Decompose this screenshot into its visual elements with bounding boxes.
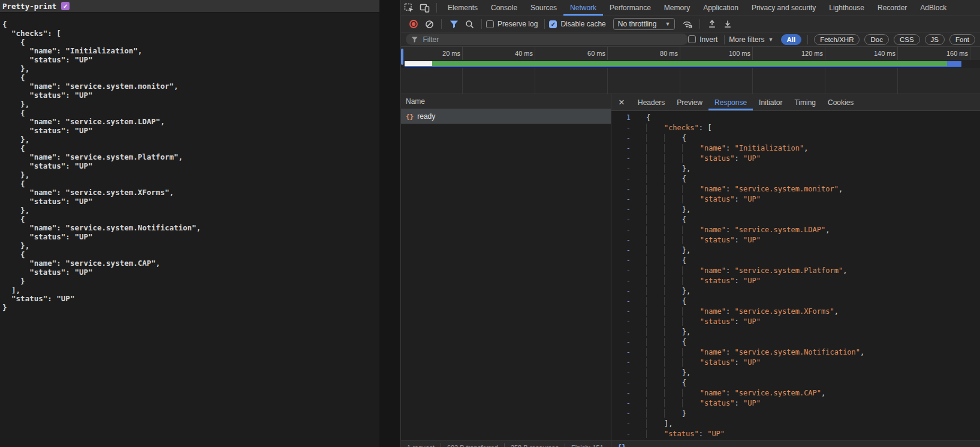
- filter-chip-all[interactable]: All: [781, 34, 802, 45]
- details-tab-headers[interactable]: Headers: [632, 94, 671, 110]
- requests-column-header[interactable]: Name: [401, 94, 611, 109]
- json-line: "name": "service.system.XForms",: [2, 188, 379, 197]
- code-line: - {: [611, 256, 980, 266]
- details-tab-response[interactable]: Response: [708, 94, 753, 110]
- json-line: {: [2, 251, 379, 260]
- filter-chip-fetch-xhr[interactable]: Fetch/XHR: [814, 34, 860, 45]
- devtools-tab-sources[interactable]: Sources: [524, 0, 563, 16]
- devtools-tab-console[interactable]: Console: [484, 0, 524, 16]
- code-line: - "status": "UP": [611, 317, 980, 327]
- record-icon[interactable]: [406, 19, 421, 29]
- screenshot-root: Pretty-print ✓ { "checks": [ { "name": "…: [0, 0, 980, 447]
- import-har-icon[interactable]: [704, 19, 720, 29]
- toolbar-separator: [436, 3, 437, 13]
- more-filters-label[interactable]: More filters: [729, 35, 764, 44]
- line-number: -: [611, 388, 639, 398]
- code-line: 1{: [611, 113, 980, 123]
- details-tab-cookies[interactable]: Cookies: [822, 94, 860, 110]
- code-line: - {: [611, 215, 980, 225]
- devtools-tab-recorder[interactable]: Recorder: [871, 0, 913, 16]
- line-number: -: [611, 296, 639, 307]
- name-column-label: Name: [406, 97, 425, 106]
- response-editor[interactable]: 1{- "checks": [- {- "name": "Initializat…: [611, 111, 980, 447]
- export-har-icon[interactable]: [720, 19, 735, 29]
- json-line: {: [2, 74, 379, 83]
- devtools-tab-network[interactable]: Network: [563, 0, 603, 16]
- devtools-tab-lighthouse[interactable]: Lighthouse: [822, 0, 871, 16]
- filter-icon[interactable]: [446, 20, 462, 29]
- clear-icon[interactable]: [421, 20, 437, 29]
- invert-checkbox[interactable]: [688, 35, 696, 43]
- json-line: "status": "UP": [2, 295, 379, 304]
- line-number: -: [611, 143, 639, 154]
- line-number: -: [611, 409, 639, 419]
- devtools-tab-elements[interactable]: Elements: [441, 0, 484, 16]
- details-tab-timing[interactable]: Timing: [788, 94, 822, 110]
- filter-chip-js[interactable]: JS: [925, 34, 945, 45]
- pretty-print-checkbox[interactable]: ✓: [61, 2, 70, 10]
- code-line: - "name": "service.system.LDAP",: [611, 225, 980, 235]
- json-line: "name": "service.system.Notification",: [2, 224, 379, 233]
- summary-item: 258 B resources: [505, 444, 565, 447]
- line-number: -: [611, 245, 639, 256]
- disable-cache-checkbox[interactable]: [549, 20, 557, 28]
- code-line: - ],: [611, 419, 980, 429]
- line-number: -: [611, 215, 639, 225]
- devtools-tab-adblock[interactable]: AdBlock: [913, 0, 953, 16]
- ruler-tick: 20 ms: [401, 47, 463, 60]
- json-line: "status": "UP": [2, 56, 379, 65]
- line-number: -: [611, 337, 639, 347]
- json-line: "checks": [: [2, 29, 379, 38]
- code-line: - "name": "service.system.Notification",: [611, 347, 980, 358]
- line-number: -: [611, 317, 639, 327]
- request-row[interactable]: {} ready: [401, 109, 611, 124]
- network-conditions-icon[interactable]: [680, 19, 695, 29]
- json-line: "name": "service.system.CAP",: [2, 259, 379, 268]
- format-pretty-print-icon[interactable]: {}: [617, 443, 626, 447]
- close-icon[interactable]: ✕: [611, 94, 632, 110]
- code-line: - "name": "Initialization",: [611, 143, 980, 154]
- ruler-tick: 40 ms: [463, 47, 535, 60]
- inspect-element-icon[interactable]: [401, 1, 417, 16]
- code-line: - },: [611, 164, 980, 174]
- json-line: "name": "Initialization",: [2, 47, 379, 56]
- network-main: Name {} ready 1 request603 B transferred…: [401, 94, 980, 447]
- json-line: {: [2, 215, 379, 224]
- search-icon[interactable]: [462, 20, 477, 29]
- timeline-left-handle[interactable]: [401, 49, 403, 65]
- filter-chip-font[interactable]: Font: [949, 34, 975, 45]
- throttling-select[interactable]: No throttling ▼: [613, 18, 676, 30]
- devtools-tab-memory[interactable]: Memory: [658, 0, 696, 16]
- devtools-tab-privacy-and-security[interactable]: Privacy and security: [745, 0, 822, 16]
- code-line: - "status": "UP": [611, 276, 980, 286]
- json-line: },: [2, 206, 379, 215]
- preserve-log-label: Preserve log: [497, 20, 538, 28]
- preserve-log-checkbox[interactable]: [486, 20, 494, 28]
- json-line: {: [2, 145, 379, 154]
- requests-empty-area: [401, 124, 611, 447]
- details-tabbar: ✕ HeadersPreviewResponseInitiatorTimingC…: [611, 94, 980, 111]
- json-line: "name": "service.system.LDAP",: [2, 118, 379, 127]
- devtools-tabs: ElementsConsoleSourcesNetworkPerformance…: [441, 0, 953, 16]
- overview-strip[interactable]: [401, 60, 980, 68]
- filter-chip-css[interactable]: CSS: [894, 34, 920, 45]
- line-number: -: [611, 133, 639, 143]
- ruler-tick: 120 ms: [753, 47, 825, 60]
- line-number: -: [611, 358, 639, 368]
- filter-chip-doc[interactable]: Doc: [864, 34, 888, 45]
- device-toolbar-icon[interactable]: [417, 1, 432, 16]
- line-number: -: [611, 123, 639, 133]
- toolbar-separator: [699, 19, 700, 29]
- code-line: - "status": "UP": [611, 235, 980, 245]
- chevron-down-icon: ▼: [768, 37, 774, 43]
- devtools-tab-performance[interactable]: Performance: [603, 0, 658, 16]
- details-tab-preview[interactable]: Preview: [671, 94, 708, 110]
- network-summary-bar: 1 request603 B transferred258 B resource…: [401, 440, 611, 447]
- line-number: -: [611, 154, 639, 164]
- details-tab-initiator[interactable]: Initiator: [753, 94, 788, 110]
- devtools-tab-application[interactable]: Application: [696, 0, 745, 16]
- line-number: -: [611, 225, 639, 235]
- network-filter-input[interactable]: [422, 35, 683, 44]
- code-line: - "status": "UP": [611, 154, 980, 164]
- line-number: -: [611, 174, 639, 184]
